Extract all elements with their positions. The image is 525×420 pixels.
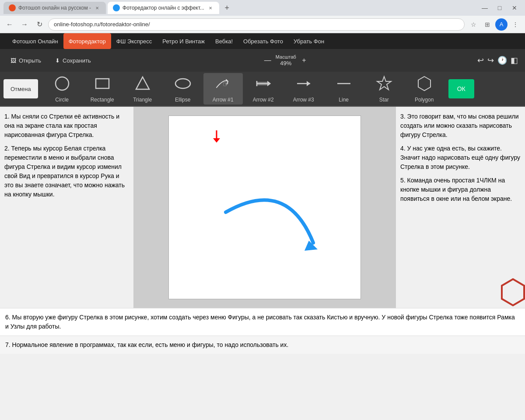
nav-retro[interactable]: Ретро И Винтаж — [157, 33, 210, 49]
polygon-label: Polygon — [415, 97, 434, 103]
circle-icon — [54, 75, 70, 95]
bottom-bar-6: 6. Мы вторую уже фигуру Стрелка в этом р… — [0, 308, 525, 336]
save-icon: ⬇ — [55, 57, 60, 64]
back-button[interactable]: ← — [4, 18, 16, 31]
scale-display: Масштаб 49% — [276, 54, 296, 67]
reload-button[interactable]: ↻ — [33, 18, 46, 31]
svg-marker-13 — [377, 77, 391, 90]
svg-point-0 — [56, 77, 69, 90]
left-text-panel: 1. Мы сняли со Стрелки её активность и о… — [0, 107, 133, 308]
undo-redo-group: ↩ ↪ 🕐 ◧ — [477, 56, 518, 65]
svg-rect-7 — [257, 82, 267, 85]
svg-marker-8 — [267, 81, 271, 86]
right-paragraph-3: 3. Это говорит вам, что мы снова решили … — [400, 112, 521, 140]
maximize-button[interactable]: □ — [493, 1, 507, 15]
arrow2-icon — [255, 75, 272, 95]
shape-ellipse[interactable]: Ellipse — [163, 73, 203, 105]
bookmark-button[interactable]: ☆ — [467, 18, 480, 31]
layers-button[interactable]: ◧ — [511, 56, 518, 65]
tab1-title: Фотошоп онлайн на русском - — [18, 5, 91, 11]
svg-marker-18 — [502, 279, 524, 305]
shape-triangle[interactable]: Triangle — [123, 73, 162, 105]
arrow3-icon — [295, 75, 312, 95]
new-tab-button[interactable]: + — [221, 2, 233, 14]
shape-circle[interactable]: Circle — [42, 73, 82, 105]
bottom-bar-7: 7. Нормальное явление в программах, так … — [0, 336, 525, 354]
shape-arrow1[interactable]: ☞ Arrow #1 — [203, 73, 243, 105]
shapes-toolbar: Отмена Circle Rectangle Triangle — [0, 72, 525, 107]
canvas-area[interactable] — [133, 107, 396, 308]
shape-rectangle[interactable]: Rectangle — [83, 73, 122, 105]
shape-star[interactable]: Star — [364, 73, 404, 105]
polygon-icon — [416, 75, 433, 95]
tab2-favicon — [113, 4, 120, 11]
canvas-white — [168, 116, 361, 299]
forward-button[interactable]: → — [18, 18, 31, 31]
triangle-icon — [134, 75, 151, 95]
shape-polygon[interactable]: Polygon — [405, 73, 444, 105]
tab2-title: Фоторедактор онлайн с эффект... — [122, 5, 204, 11]
nav-actions: ☆ ⊞ A ⋮ — [467, 18, 522, 31]
shape-arrow3[interactable]: Arrow #3 — [284, 73, 323, 105]
menu-button[interactable]: ⋮ — [509, 18, 522, 31]
nav-fotoredaktor[interactable]: Фоторедактор — [63, 33, 111, 49]
extensions-button[interactable]: ⊞ — [481, 18, 494, 31]
rectangle-label: Rectangle — [91, 97, 114, 103]
address-bar[interactable]: online-fotoshop.ru/fotoredaktor-online/ — [48, 18, 465, 31]
circle-label: Circle — [55, 97, 69, 103]
left-paragraph-2: 2. Теперь мы курсор Белая стрелка переме… — [4, 144, 129, 199]
redo-button[interactable]: ↪ — [487, 56, 494, 65]
shape-line[interactable]: Line — [324, 73, 364, 105]
nav-crop[interactable]: Обрезать Фото — [238, 33, 288, 49]
save-label: Сохранить — [63, 57, 91, 64]
tab2-close[interactable]: ✕ — [207, 4, 214, 11]
nav-bg[interactable]: Убрать Фон — [288, 33, 329, 49]
line-label: Line — [339, 97, 349, 103]
svg-marker-14 — [418, 77, 430, 91]
editor-toolbar: 🖼 Открыть ⬇ Сохранить — Масштаб 49% + ↩ … — [0, 49, 525, 72]
save-button[interactable]: ⬇ Сохранить — [52, 56, 94, 66]
undo-button[interactable]: ↩ — [477, 56, 484, 65]
scale-value: 49% — [276, 60, 296, 67]
browser-chrome: Фотошоп онлайн на русском - ✕ Фоторедакт… — [0, 0, 525, 33]
scale-label: Масштаб — [276, 54, 296, 60]
shape-arrow2[interactable]: Arrow #2 — [244, 73, 283, 105]
minimize-button[interactable]: — — [478, 1, 492, 15]
nav-webka[interactable]: Вебка! — [210, 33, 238, 49]
scale-minus-button[interactable]: — — [263, 56, 272, 65]
profile-button[interactable]: A — [495, 18, 508, 31]
arrow2-label: Arrow #2 — [253, 97, 274, 103]
site-navigation: Фотошоп Онлайн Фоторедактор ФШ Экспресс … — [0, 33, 525, 49]
tab-2[interactable]: Фоторедактор онлайн с эффект... ✕ — [108, 2, 219, 14]
tab1-close[interactable]: ✕ — [94, 4, 101, 11]
star-icon — [376, 75, 392, 95]
scale-control: — Масштаб 49% + — [263, 54, 308, 67]
history-button[interactable]: 🕐 — [497, 56, 507, 65]
ok-button[interactable]: ОК — [448, 79, 474, 98]
navigation-bar: ← → ↻ online-fotoshop.ru/fotoredaktor-on… — [0, 16, 525, 33]
arrow1-label: Arrow #1 — [213, 97, 234, 103]
line-icon — [336, 75, 352, 95]
titlebar: Фотошоп онлайн на русском - ✕ Фоторедакт… — [0, 0, 525, 16]
svg-marker-2 — [136, 77, 149, 89]
ellipse-label: Ellipse — [175, 97, 190, 103]
nav-fx[interactable]: ФШ Экспресс — [111, 33, 158, 49]
svg-rect-1 — [96, 79, 109, 88]
svg-point-3 — [175, 79, 190, 88]
open-label: Открыть — [19, 57, 41, 64]
scale-plus-button[interactable]: + — [300, 56, 308, 65]
right-text-panel: 3. Это говорит вам, что мы снова решили … — [396, 107, 525, 308]
left-paragraph-1: 1. Мы сняли со Стрелки её активность и о… — [4, 112, 129, 140]
main-content: 1. Мы сняли со Стрелки её активность и о… — [0, 107, 525, 308]
svg-marker-17 — [304, 241, 318, 251]
tab-1[interactable]: Фотошоп онлайн на русском - ✕ — [4, 2, 106, 14]
window-controls: — □ ✕ — [478, 1, 522, 15]
nav-fotoshop[interactable]: Фотошоп Онлайн — [7, 33, 63, 49]
right-paragraph-4: 4. У нас уже одна есть, вы скажите. Знач… — [400, 144, 521, 172]
close-button[interactable]: ✕ — [508, 1, 522, 15]
open-button[interactable]: 🖼 Открыть — [7, 56, 45, 66]
arrow3-label: Arrow #3 — [293, 97, 314, 103]
svg-text:☞: ☞ — [223, 80, 229, 88]
open-icon: 🖼 — [10, 57, 16, 64]
cancel-button[interactable]: Отмена — [4, 79, 38, 98]
